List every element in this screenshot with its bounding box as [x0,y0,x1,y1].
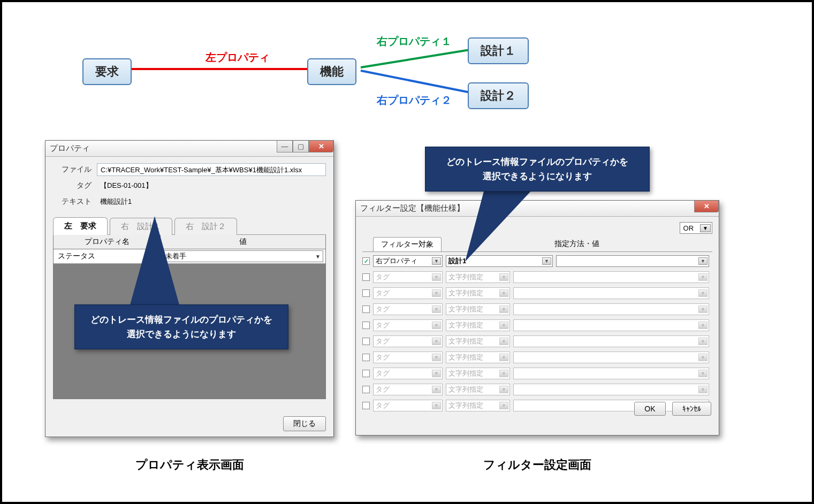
cancel-button[interactable]: ｷｬﾝｾﾙ [672,402,711,416]
chevron-down-icon: ▼ [542,257,551,265]
filter-method-dropdown[interactable]: 文字列指定▼ [446,368,510,379]
chevron-down-icon: ▼ [698,354,708,361]
close-window-button[interactable]: ✕ [694,201,719,212]
property-tab-0[interactable]: 左 要求 [53,217,108,235]
chevron-down-icon: ▼ [432,257,441,265]
filter-target-dropdown[interactable]: タグ▼ [373,400,443,411]
minimize-button[interactable]: — [277,141,293,152]
callout2-line1: どのトレース情報ファイルのプロパティかを [437,155,637,169]
filter-dialog-title: フィルター設定【機能仕様】 [360,203,465,213]
filter-row: タグ▼文字列指定▼▼ [362,318,712,332]
filter-row: タグ▼文字列指定▼▼ [362,270,712,284]
filter-target-dropdown[interactable]: タグ▼ [373,352,443,363]
filter-value-dropdown[interactable]: ▼ [556,255,709,267]
filter-value-dropdown[interactable]: ▼ [513,352,709,363]
chevron-down-icon: ▼ [698,306,708,313]
filter-method-dropdown[interactable]: 文字列指定▼ [446,287,510,299]
filter-value-dropdown[interactable]: ▼ [513,335,709,347]
filter-checkbox[interactable] [362,257,370,265]
property-value-dropdown[interactable]: 未着手▼ [163,250,323,262]
close-window-button[interactable]: ✕ [309,141,333,152]
filter-value-dropdown[interactable]: ▼ [513,287,709,299]
callout-filter: どのトレース情報ファイルのプロパティかを 選択できるようになります [425,147,650,192]
filter-row: タグ▼文字列指定▼▼ [362,350,712,364]
filter-checkbox[interactable] [362,322,370,329]
relation-diagram: 要求 機能 設計１ 設計２ 左プロパティ 右プロパティ１ 右プロパティ２ [72,29,553,125]
filter-value-dropdown[interactable]: ▼ [513,368,709,379]
node-requirement: 要求 [82,58,132,85]
filter-method-dropdown[interactable]: 文字列指定▼ [446,335,510,347]
chevron-down-icon: ▼ [499,386,508,393]
filter-row: タグ▼文字列指定▼▼ [362,334,712,348]
filter-row: タグ▼文字列指定▼▼ [362,286,712,300]
node-design2: 設計２ [468,82,529,109]
filter-method-dropdown[interactable]: 文字列指定▼ [446,400,510,411]
chevron-down-icon: ▼ [432,273,441,281]
filter-checkbox[interactable] [362,338,370,345]
chevron-down-icon: ▼ [698,338,708,345]
property-dialog: プロパティ — ▢ ✕ ファイル C:¥TRACER_Work¥TEST-Sam… [45,140,334,437]
filter-checkbox[interactable] [362,306,370,313]
file-label: ファイル [53,165,92,174]
filter-value-dropdown[interactable]: ▼ [513,384,709,395]
chevron-down-icon: ▼ [700,224,711,232]
chevron-down-icon: ▼ [499,402,508,409]
filter-target-dropdown[interactable]: タグ▼ [373,368,443,379]
chevron-down-icon: ▼ [698,257,708,265]
filter-method-dropdown[interactable]: 文字列指定▼ [446,271,510,283]
window-buttons: — ▢ ✕ [277,141,333,152]
chevron-down-icon: ▼ [432,402,441,409]
chevron-down-icon: ▼ [432,306,441,313]
callout2-pointer [454,181,540,267]
node-function: 機能 [307,58,356,85]
filter-method-dropdown[interactable]: 文字列指定▼ [446,319,510,331]
label-left-property: 左プロパティ [206,50,270,65]
filter-target-dropdown[interactable]: タグ▼ [373,287,443,299]
chevron-down-icon: ▼ [315,254,321,259]
chevron-down-icon: ▼ [499,338,508,345]
chevron-down-icon: ▼ [698,289,708,297]
chevron-down-icon: ▼ [698,370,708,377]
node-design1: 設計１ [468,37,529,64]
filter-value-dropdown[interactable]: ▼ [513,303,709,315]
svg-line-1 [361,49,473,67]
filter-target-dropdown[interactable]: タグ▼ [373,319,443,331]
chevron-down-icon: ▼ [499,322,508,329]
property-dialog-titlebar[interactable]: プロパティ — ▢ ✕ [45,141,333,157]
chevron-down-icon: ▼ [432,370,441,377]
filter-method-dropdown[interactable]: 文字列指定▼ [446,384,510,395]
filter-checkbox[interactable] [362,289,370,297]
chevron-down-icon: ▼ [432,386,441,393]
svg-marker-3 [128,216,181,312]
filter-value-dropdown[interactable]: ▼ [513,319,709,331]
chevron-down-icon: ▼ [432,354,441,361]
filter-checkbox[interactable] [362,273,370,281]
chevron-down-icon: ▼ [432,289,441,297]
filter-checkbox[interactable] [362,386,370,393]
filter-method-dropdown[interactable]: 文字列指定▼ [446,352,510,363]
filter-target-dropdown[interactable]: タグ▼ [373,335,443,347]
tag-label: タグ [53,181,92,190]
filter-checkbox[interactable] [362,402,370,409]
filter-checkbox[interactable] [362,354,370,361]
filter-target-dropdown[interactable]: 右プロパティ▼ [373,255,443,267]
filter-target-dropdown[interactable]: タグ▼ [373,384,443,395]
close-button[interactable]: 閉じる [283,416,326,431]
page-frame: 要求 機能 設計１ 設計２ 左プロパティ 右プロパティ１ 右プロパティ２ プロパ… [0,0,814,504]
ok-button[interactable]: OK [634,402,665,416]
filter-target-dropdown[interactable]: タグ▼ [373,271,443,283]
filter-checkbox[interactable] [362,370,370,377]
filter-target-dropdown[interactable]: タグ▼ [373,303,443,315]
filter-target-header: フィルター対象 [373,237,442,251]
filter-method-dropdown[interactable]: 文字列指定▼ [446,303,510,315]
filter-value-dropdown[interactable]: ▼ [513,271,709,283]
maximize-button[interactable]: ▢ [293,141,309,152]
file-field[interactable]: C:¥TRACER_Work¥TEST-Sample¥_基本¥WBS¥1機能設計… [97,163,326,176]
text-label: テキスト [53,197,92,207]
svg-line-2 [361,71,473,93]
table-row: ステータス未着手▼ [54,249,325,264]
logic-dropdown[interactable]: OR ▼ [680,222,712,234]
chevron-down-icon: ▼ [499,273,508,281]
filter-rows: 右プロパティ▼設計1▼▼タグ▼文字列指定▼▼タグ▼文字列指定▼▼タグ▼文字列指定… [362,254,712,413]
chevron-down-icon: ▼ [698,386,708,393]
